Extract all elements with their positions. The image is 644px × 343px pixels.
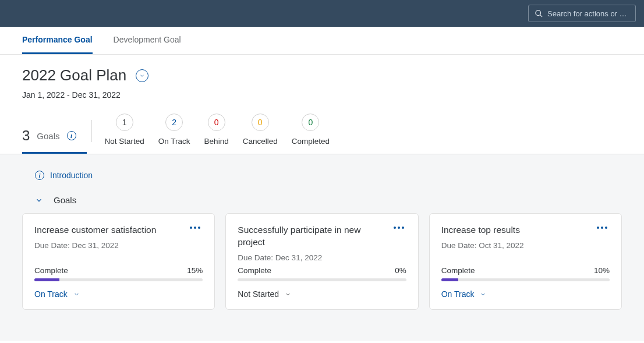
goal-card[interactable]: Increase top results Due Date: Oct 31, 2… <box>429 213 622 310</box>
introduction-label: Introduction <box>50 171 93 180</box>
status-count: 0 <box>252 114 269 131</box>
progress-label: Complete <box>34 266 68 275</box>
progress-bar <box>34 278 203 281</box>
status-filter-on-track[interactable]: 2On Track <box>151 114 197 154</box>
divider <box>91 120 92 142</box>
chevron-down-icon <box>285 291 291 298</box>
status-count: 2 <box>165 114 183 131</box>
chevron-down-icon <box>480 291 486 298</box>
goal-type-tabs: Performance Goal Development Goal <box>0 27 644 55</box>
introduction-link[interactable]: i Introduction <box>22 168 622 182</box>
global-search[interactable] <box>528 5 636 22</box>
plan-date-range: Jan 1, 2022 - Dec 31, 2022 <box>22 90 622 100</box>
progress-label: Complete <box>441 266 475 275</box>
chevron-down-icon <box>73 291 80 298</box>
status-label: On Track <box>158 137 190 146</box>
svg-line-1 <box>540 15 542 17</box>
goal-menu-button[interactable] <box>595 224 610 231</box>
goal-status-selector[interactable]: On Track <box>34 289 203 299</box>
goal-due-date: Due Date: Dec 31, 2022 <box>34 241 203 250</box>
status-filter-completed[interactable]: 0Completed <box>285 114 337 154</box>
svg-point-0 <box>536 10 541 15</box>
status-label: Behind <box>204 137 229 146</box>
goal-menu-button[interactable] <box>391 224 406 231</box>
search-input[interactable] <box>547 9 629 18</box>
status-filter-cancelled[interactable]: 0Cancelled <box>236 114 285 154</box>
info-icon: i <box>35 171 44 180</box>
progress-percent: 0% <box>395 266 406 275</box>
status-filter-behind[interactable]: 0Behind <box>197 114 236 154</box>
goal-status-selector[interactable]: Not Started <box>238 289 406 299</box>
goal-cards: Increase customer satisfaction Due Date:… <box>22 213 622 310</box>
goals-count-label: Goals <box>37 131 59 141</box>
top-bar <box>0 0 644 27</box>
status-label: Completed <box>292 137 330 146</box>
chevron-down-icon <box>35 196 43 204</box>
chevron-down-icon <box>139 73 145 79</box>
info-icon[interactable]: i <box>67 131 76 140</box>
status-summary: 3 Goals i 1Not Started2On Track0Behind0C… <box>0 100 644 154</box>
progress-percent: 10% <box>594 266 610 275</box>
page-title: 2022 Goal Plan <box>22 66 126 84</box>
goal-card[interactable]: Successfully participate in new project … <box>225 213 418 310</box>
goal-status-label: On Track <box>34 289 68 299</box>
goal-due-date: Due Date: Oct 31, 2022 <box>441 241 610 250</box>
goal-title: Increase customer satisfaction <box>34 224 156 236</box>
main-content: i Introduction Goals Increase customer s… <box>0 154 644 341</box>
goal-status-label: Not Started <box>238 289 279 299</box>
goals-section-label: Goals <box>54 195 76 205</box>
goal-title: Increase top results <box>441 224 520 236</box>
status-label: Not Started <box>105 137 144 146</box>
page-header: 2022 Goal Plan Jan 1, 2022 - Dec 31, 202… <box>0 55 644 100</box>
progress-bar <box>238 278 406 281</box>
goals-section-toggle[interactable]: Goals <box>22 182 622 213</box>
goal-title: Successfully participate in new project <box>238 224 381 249</box>
goals-total[interactable]: 3 Goals i <box>22 128 87 154</box>
status-count: 0 <box>208 114 225 131</box>
goal-status-label: On Track <box>441 289 475 299</box>
tab-performance-goal[interactable]: Performance Goal <box>22 27 93 54</box>
plan-selector-button[interactable] <box>136 69 148 82</box>
tab-development-goal[interactable]: Development Goal <box>114 27 181 54</box>
goals-count: 3 <box>22 128 30 144</box>
status-count: 1 <box>116 114 133 131</box>
goal-menu-button[interactable] <box>187 224 203 231</box>
goal-card[interactable]: Increase customer satisfaction Due Date:… <box>22 213 215 310</box>
goal-due-date: Due Date: Dec 31, 2022 <box>238 253 406 262</box>
status-filter-not-started[interactable]: 1Not Started <box>98 114 151 154</box>
progress-percent: 15% <box>187 266 203 275</box>
progress-bar <box>441 278 610 281</box>
progress-label: Complete <box>238 266 271 275</box>
search-icon <box>535 9 543 18</box>
status-label: Cancelled <box>243 137 278 146</box>
goal-status-selector[interactable]: On Track <box>441 289 610 299</box>
status-count: 0 <box>302 114 319 131</box>
